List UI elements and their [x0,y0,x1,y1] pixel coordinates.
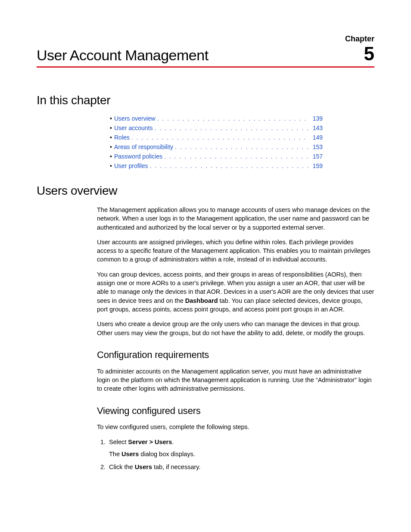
subhead-config-req: Configuration requirements [97,348,374,362]
toc-item: • User accounts 143 [110,124,323,131]
toc-item: • User profiles 159 [110,162,323,169]
section-users-overview: Users overview [37,184,374,198]
chapter-number: 5 [364,44,374,63]
toc-leader [156,115,309,122]
bullet-icon: • [110,143,114,150]
page: Chapter User Account Management 5 In thi… [0,0,411,532]
text-run: tab, if necessary. [152,464,201,470]
toc-link-aor[interactable]: Areas of responsibility [114,143,173,150]
toc-heading: In this chapter [37,93,374,107]
toc-page[interactable]: 139 [309,115,323,122]
toc-page[interactable]: 157 [309,153,323,160]
paragraph: The Management application allows you to… [97,205,374,232]
chapter-header: Chapter User Account Management 5 [37,34,374,68]
bullet-icon: • [110,162,114,169]
bullet-icon: • [110,134,114,141]
paragraph: To administer accounts on the Management… [97,367,374,393]
text-bold: Users [121,451,139,457]
chapter-label: Chapter [37,34,374,44]
text-run: Select [109,439,128,445]
toc-link-roles[interactable]: Roles [114,134,130,141]
toc-leader [153,124,309,131]
bullet-icon: • [110,124,114,131]
toc-link-user-accounts[interactable]: User accounts [114,124,153,131]
body-text: The Management application allows you to… [97,205,374,472]
subhead-viewing-users: Viewing configured users [97,404,374,418]
text-bold: Dashboard [185,297,218,304]
toc-leader [173,143,309,150]
toc-page[interactable]: 153 [309,143,323,150]
paragraph: You can group devices, access points, an… [97,270,374,314]
chapter-title-row: User Account Management 5 [37,44,374,68]
toc-item: • Users overview 139 [110,115,323,122]
toc-item: • Areas of responsibility 153 [110,143,323,150]
text-bold: Users [135,464,152,470]
text-run: The [109,451,121,457]
text-bold: Server > Users [128,439,172,445]
bullet-icon: • [110,153,114,160]
toc: • Users overview 139 • User accounts 143… [110,115,323,169]
toc-leader [162,153,309,160]
text-run: . [172,439,174,445]
paragraph: User accounts are assigned privileges, w… [97,238,374,264]
toc-leader [130,134,309,141]
toc-link-users-overview[interactable]: Users overview [114,115,156,122]
paragraph: Users who create a device group are the … [97,320,374,337]
text-run: Click the [109,464,135,470]
chapter-title: User Account Management [37,47,209,64]
toc-link-user-profiles[interactable]: User profiles [114,162,148,169]
toc-link-password-policies[interactable]: Password policies [114,153,162,160]
toc-item: • Password policies 157 [110,153,323,160]
toc-item: • Roles 149 [110,134,323,141]
toc-page[interactable]: 159 [309,162,323,169]
toc-page[interactable]: 143 [309,124,323,131]
step-item: Click the Users tab, if necessary. [107,463,374,471]
bullet-icon: • [110,115,114,122]
paragraph: To view configured users, complete the f… [97,423,374,431]
toc-leader [148,162,309,169]
step-item: Select Server > Users. The Users dialog … [107,438,374,459]
text-run: dialog box displays. [139,451,195,457]
step-substep: The Users dialog box displays. [109,450,374,458]
toc-page[interactable]: 149 [309,134,323,141]
steps-list: Select Server > Users. The Users dialog … [97,438,374,472]
